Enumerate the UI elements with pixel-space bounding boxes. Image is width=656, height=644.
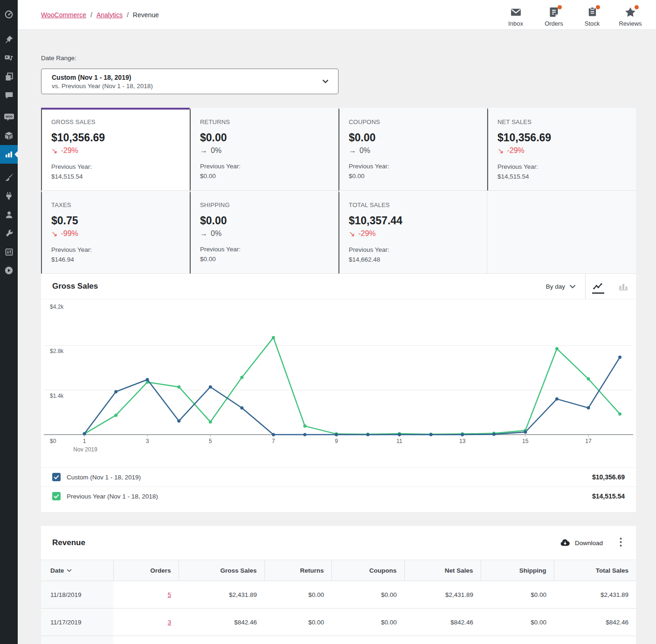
activity-button-stock[interactable]: Stock <box>573 3 611 27</box>
card-value: $0.75 <box>51 215 180 227</box>
checked-checkbox[interactable] <box>52 473 61 481</box>
sidebar-item-posts[interactable] <box>0 30 18 48</box>
breadcrumb: WooCommerce/Analytics/Revenue <box>41 11 159 19</box>
column-header-coupons[interactable]: Coupons <box>331 560 404 581</box>
summary-card-net-sales[interactable]: NET SALES$10,356.69↘-29%Previous Year:$1… <box>487 108 636 191</box>
pages-icon <box>5 72 14 81</box>
sidebar-item-plugins[interactable] <box>0 187 18 205</box>
table-actions: Download <box>557 536 625 550</box>
chart-plot-area[interactable]: $0$1.4k$2.8k$4.2k1357911131517Nov 2019 <box>41 299 636 467</box>
sidebar-item-media[interactable] <box>0 48 18 67</box>
legend-label: Custom (Nov 1 - 18, 2019) <box>67 474 141 481</box>
more-options-button[interactable] <box>617 536 625 550</box>
sidebar-item-comments[interactable] <box>0 86 18 104</box>
card-delta: ↘-29% <box>497 146 627 155</box>
sidebar-item-tools[interactable] <box>0 224 18 242</box>
table-row: 11/18/20195$2,431.89$0.00$0.00$2,431.89$… <box>41 581 636 609</box>
breadcrumb-link-analytics[interactable]: Analytics <box>97 11 123 19</box>
sidebar-item-settings[interactable] <box>0 242 18 261</box>
svg-text:15: 15 <box>522 438 529 444</box>
sidebar-item-products[interactable] <box>0 126 18 145</box>
breadcrumb-link-woocommerce[interactable]: WooCommerce <box>41 11 86 19</box>
card-delta: →0% <box>200 146 329 155</box>
card-previous-value: Previous Year:$0.00 <box>200 162 329 181</box>
interval-select[interactable]: By day <box>537 274 585 299</box>
date-range-label: Date Range: <box>41 30 636 62</box>
table-row-partial <box>41 636 636 644</box>
ellipsis-icon <box>620 538 622 548</box>
card-value: $10,356.69 <box>497 132 627 144</box>
download-label: Download <box>575 540 603 547</box>
sidebar-item-pages[interactable] <box>0 67 18 86</box>
card-label: SHIPPING <box>200 201 329 208</box>
svg-text:$1.4k: $1.4k <box>50 393 64 399</box>
column-header-orders[interactable]: Orders <box>113 560 179 581</box>
notification-badge <box>558 5 562 9</box>
sidebar-item-video[interactable] <box>0 261 18 280</box>
card-previous-value: Previous Year:$14,662.48 <box>349 245 477 265</box>
sidebar-item-analytics[interactable] <box>0 145 18 164</box>
orders-count-link[interactable]: 5 <box>167 591 171 598</box>
legend-total: $14,515.54 <box>592 492 625 500</box>
cell-date <box>41 636 113 644</box>
sidebar-item-users[interactable] <box>0 205 18 224</box>
activity-button-inbox[interactable]: Inbox <box>497 3 535 27</box>
cell-total-sales: $842.46 <box>554 609 636 636</box>
svg-text:7: 7 <box>272 438 275 444</box>
activity-button-reviews[interactable]: Reviews <box>611 3 649 27</box>
trend-flat-arrow: → <box>349 146 356 155</box>
cell-coupons: $0.00 <box>331 581 404 609</box>
notification-badge <box>635 5 639 9</box>
gauge-icon <box>4 10 14 19</box>
sidebar-item-dashboard[interactable] <box>0 5 18 24</box>
cell-date: 11/17/2019 <box>41 609 113 636</box>
cell-net-sales: $2,431.89 <box>404 581 481 609</box>
line-chart-toggle[interactable] <box>586 274 611 299</box>
summary-card-taxes[interactable]: TAXES$0.75↘-99%Previous Year:$146.94 <box>41 191 190 274</box>
summary-card-total-sales[interactable]: TOTAL SALES$10,357.44↘-29%Previous Year:… <box>338 191 487 274</box>
svg-text:$0: $0 <box>50 438 56 444</box>
summary-card-returns[interactable]: RETURNS$0.00→0%Previous Year:$0.00 <box>190 108 338 191</box>
trend-down-arrow: ↘ <box>51 146 57 155</box>
card-label: RETURNS <box>200 118 329 125</box>
column-header-gross-sales[interactable]: Gross Sales <box>179 560 264 581</box>
svg-text:$4.2k: $4.2k <box>50 304 64 310</box>
column-header-net-sales[interactable]: Net Sales <box>404 560 481 581</box>
cell-gross-sales: $2,431.89 <box>179 581 264 609</box>
summary-card-gross-sales[interactable]: GROSS SALES$10,356.69↘-29%Previous Year:… <box>41 108 190 191</box>
activity-panel: InboxOrdersStockReviews <box>497 3 649 27</box>
summary-card-coupons[interactable]: COUPONS$0.00→0%Previous Year:$0.00 <box>338 108 487 191</box>
woo-icon: WOO <box>4 112 14 122</box>
summary-card-shipping[interactable]: SHIPPING$0.00→0%Previous Year:$0.00 <box>190 191 338 274</box>
admin-sidebar: WOO <box>0 0 18 644</box>
checked-checkbox[interactable] <box>52 492 61 500</box>
legend-item-custom-nov-1-18-2019[interactable]: Custom (Nov 1 - 18, 2019)$10,356.69 <box>41 467 636 486</box>
gross-sales-line-chart: $0$1.4k$2.8k$4.2k1357911131517Nov 2019 <box>41 299 636 467</box>
column-header-returns[interactable]: Returns <box>264 560 331 581</box>
cell-total-sales <box>554 636 636 644</box>
sidebar-item-woocommerce[interactable]: WOO <box>0 108 18 126</box>
download-button[interactable]: Download <box>557 537 606 548</box>
orders-count-link[interactable]: 3 <box>167 619 171 626</box>
sidebar-item-appearance[interactable] <box>0 168 18 187</box>
legend-total: $10,356.69 <box>592 473 625 481</box>
column-header-shipping[interactable]: Shipping <box>481 560 554 581</box>
notification-badge <box>596 5 600 9</box>
date-range-value: Custom (Nov 1 - 18, 2019) <box>52 74 153 81</box>
bar-chart-toggle[interactable] <box>611 274 636 299</box>
inbox-icon <box>510 7 522 18</box>
svg-text:Nov 2019: Nov 2019 <box>73 446 97 453</box>
trend-down-arrow: ↘ <box>497 146 504 155</box>
legend-item-previous-year-nov-1-18-2018[interactable]: Previous Year (Nov 1 - 18, 2018)$14,515.… <box>41 486 636 506</box>
activity-button-orders[interactable]: Orders <box>535 3 573 27</box>
card-previous-value: Previous Year:$14,515.54 <box>51 162 180 182</box>
cell-returns <box>264 636 331 644</box>
column-header-total-sales[interactable]: Total Sales <box>554 560 636 581</box>
breadcrumb-separator: / <box>127 11 129 19</box>
cell-returns: $0.00 <box>264 581 331 609</box>
legend-label: Previous Year (Nov 1 - 18, 2018) <box>67 493 158 500</box>
trend-flat-arrow: → <box>200 229 207 238</box>
bar-chart-icon <box>4 150 14 159</box>
date-range-select[interactable]: Custom (Nov 1 - 18, 2019) vs. Previous Y… <box>41 69 338 94</box>
column-header-date[interactable]: Date <box>41 560 113 581</box>
